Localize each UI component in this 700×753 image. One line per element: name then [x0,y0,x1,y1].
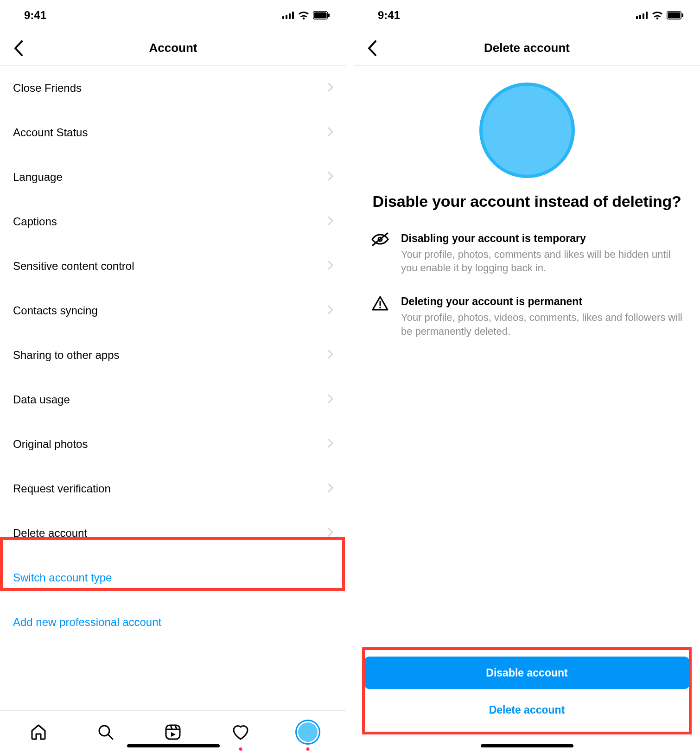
svg-line-8 [108,735,113,739]
svg-rect-16 [646,12,648,19]
row-label: Language [13,171,63,184]
battery-icon [667,11,683,19]
settings-list: Close Friends Account Status Language Ca… [0,66,346,710]
disable-account-button[interactable]: Disable account [364,657,690,689]
notification-dot [239,747,242,751]
row-switch-account-type[interactable]: Switch account type [0,555,346,600]
cellular-icon [636,12,648,19]
row-label: Request verification [13,482,111,495]
chevron-right-icon [328,260,333,273]
row-label: Delete account [13,527,87,540]
row-language[interactable]: Language [0,155,346,199]
row-label: Sensitive content control [13,260,134,273]
home-indicator [127,744,220,747]
row-add-professional-account[interactable]: Add new professional account [0,600,346,645]
row-data-usage[interactable]: Data usage [0,377,346,422]
home-indicator [481,744,573,747]
chevron-left-icon [368,40,377,56]
svg-rect-13 [636,16,638,19]
tab-profile[interactable] [294,718,322,746]
svg-rect-6 [328,13,330,17]
back-button[interactable] [358,31,386,65]
row-label: Switch account type [13,571,112,584]
status-bar: 9:41 [0,0,346,31]
tab-activity[interactable] [227,718,255,746]
phone-account-settings: 9:41 Account Close Friends Account Statu… [0,0,346,753]
row-close-friends[interactable]: Close Friends [0,66,346,110]
row-label: Close Friends [13,82,82,95]
chevron-right-icon [328,482,333,495]
row-request-verification[interactable]: Request verification [0,466,346,511]
svg-rect-15 [643,13,644,19]
button-stack: Disable account Delete account [364,657,690,726]
tab-search[interactable] [92,718,120,746]
svg-rect-3 [292,12,294,19]
svg-rect-2 [289,13,291,19]
info-desc: Your profile, photos, comments and likes… [401,248,683,275]
chevron-right-icon [328,215,333,228]
row-label: Add new professional account [13,616,161,629]
tab-reels[interactable] [159,718,187,746]
row-account-status[interactable]: Account Status [0,110,346,155]
chevron-right-icon [328,171,333,184]
home-icon [30,723,47,741]
row-label: Data usage [13,393,70,406]
svg-rect-5 [314,13,327,19]
page-title: Account [149,41,197,55]
back-button[interactable] [5,31,32,65]
headline: Disable your account instead of deleting… [372,192,681,211]
row-captions[interactable]: Captions [0,199,346,244]
chevron-right-icon [328,126,333,139]
svg-rect-0 [282,16,284,19]
button-label: Disable account [486,667,567,679]
svg-rect-18 [668,13,681,19]
status-time: 9:41 [378,9,400,22]
warning-icon [370,295,390,338]
row-label: Contacts syncing [13,304,98,317]
heart-icon [231,724,250,740]
row-sensitive-content[interactable]: Sensitive content control [0,244,346,288]
phone-delete-account: 9:41 Delete account Disable your account… [354,0,700,753]
row-contacts-syncing[interactable]: Contacts syncing [0,288,346,333]
info-desc: Your profile, photos, videos, comments, … [401,311,683,338]
info-title: Deleting your account is permanent [401,295,683,308]
status-indicators [636,11,683,19]
chevron-right-icon [328,527,333,540]
status-bar: 9:41 [354,0,700,31]
cellular-icon [282,12,294,19]
content: Disable your account instead of deleting… [354,66,700,753]
reels-icon [164,723,182,741]
status-indicators [282,11,330,19]
notification-dot [306,747,310,751]
info-item-delete: Deleting your account is permanent Your … [370,295,683,338]
profile-avatar-icon [298,722,318,742]
svg-point-23 [379,307,381,309]
tab-home[interactable] [25,718,52,746]
info-list: Disabling your account is temporary Your… [370,232,683,359]
svg-rect-9 [166,725,180,739]
status-time: 9:41 [24,9,46,22]
chevron-right-icon [328,304,333,317]
svg-rect-14 [639,15,641,19]
row-delete-account[interactable]: Delete account [0,511,346,555]
wifi-icon [298,11,309,19]
button-label: Delete account [489,704,565,716]
row-sharing-other-apps[interactable]: Sharing to other apps [0,333,346,377]
wifi-icon [652,11,663,19]
chevron-right-icon [328,393,333,406]
svg-rect-1 [286,15,287,19]
svg-point-7 [99,726,109,736]
row-label: Original photos [13,438,88,451]
chevron-right-icon [328,82,333,95]
eye-off-icon [370,232,390,275]
svg-rect-19 [682,13,683,17]
page-title: Delete account [484,41,570,55]
nav-header: Account [0,31,346,66]
delete-account-button[interactable]: Delete account [364,694,690,726]
row-label: Sharing to other apps [13,349,120,362]
nav-header: Delete account [354,31,700,66]
info-item-disable: Disabling your account is temporary Your… [370,232,683,275]
row-original-photos[interactable]: Original photos [0,422,346,466]
chevron-right-icon [328,438,333,451]
info-title: Disabling your account is temporary [401,232,683,245]
